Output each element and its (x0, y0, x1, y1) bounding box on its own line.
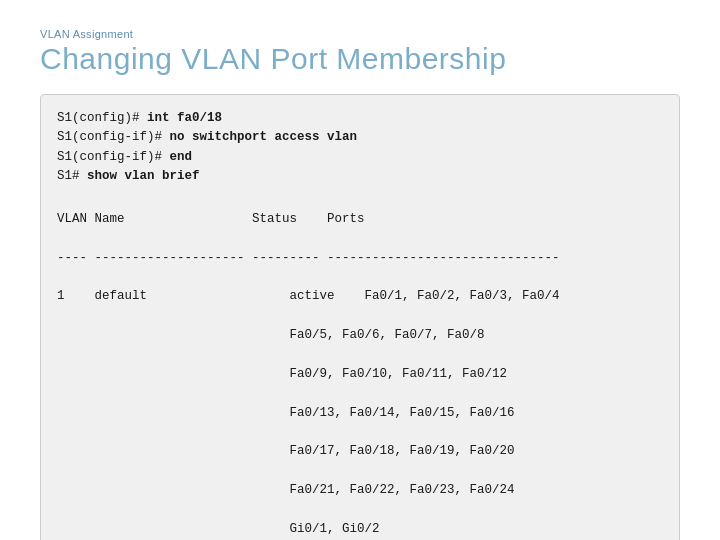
row-vlan1-ports2: Fa0/5, Fa0/6, Fa0/7, Fa0/8 (57, 326, 663, 345)
row-vlan1-ports5: Fa0/17, Fa0/18, Fa0/19, Fa0/20 (57, 442, 663, 461)
cmd-3: end (170, 150, 193, 164)
cmd-1: int fa0/18 (147, 111, 222, 125)
prompt-1: S1(config)# (57, 111, 147, 125)
prompt-2: S1(config-if)# (57, 130, 170, 144)
table-header: VLAN Name Status Ports (57, 210, 663, 229)
row-vlan1: 1 default active Fa0/1, Fa0/2, Fa0/3, Fa… (57, 287, 663, 306)
row-vlan1-ports4: Fa0/13, Fa0/14, Fa0/15, Fa0/16 (57, 404, 663, 423)
prompt-3: S1(config-if)# (57, 150, 170, 164)
cmd-line-2: S1(config-if)# no switchport access vlan (57, 128, 663, 147)
row-vlan1-ports3: Fa0/9, Fa0/10, Fa0/11, Fa0/12 (57, 365, 663, 384)
table-divider: ---- -------------------- --------- ----… (57, 249, 663, 268)
terminal-box: S1(config)# int fa0/18 S1(config-if)# no… (40, 94, 680, 540)
cmd-line-1: S1(config)# int fa0/18 (57, 109, 663, 128)
cmd-line-4: S1# show vlan brief (57, 167, 663, 186)
row-vlan1-ports7: Gi0/1, Gi0/2 (57, 520, 663, 539)
prompt-4: S1# (57, 169, 87, 183)
row-vlan1-ports6: Fa0/21, Fa0/22, Fa0/23, Fa0/24 (57, 481, 663, 500)
vlan-table: VLAN Name Status Ports ---- ------------… (57, 191, 663, 541)
page-title: Changing VLAN Port Membership (40, 42, 680, 76)
cmd-2: no switchport access vlan (170, 130, 358, 144)
page-container: VLAN Assignment Changing VLAN Port Membe… (0, 0, 720, 540)
cmd-line-3: S1(config-if)# end (57, 148, 663, 167)
subtitle: VLAN Assignment (40, 28, 680, 40)
cmd-4: show vlan brief (87, 169, 200, 183)
